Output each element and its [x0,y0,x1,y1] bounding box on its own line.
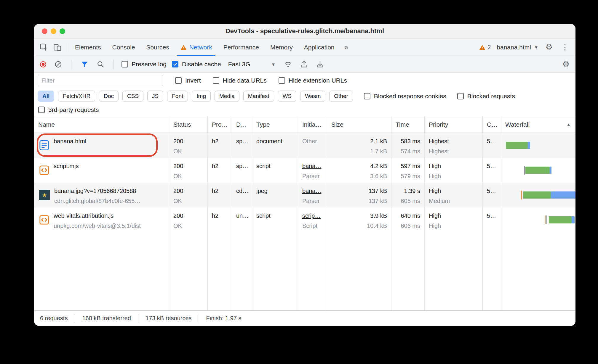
table-row-script-mjs[interactable]: script.mjs 200 OK h2 sp… script bana… [34,158,575,183]
checkbox-unchecked[interactable] [213,77,219,84]
initiator-link[interactable]: bana… [302,161,323,171]
column-header-domain[interactable]: D… [232,116,252,133]
tab-elements[interactable]: Elements [69,38,107,56]
checkbox-unchecked[interactable] [121,61,128,67]
chip-font[interactable]: Font [167,91,188,102]
waterfall-cell[interactable] [501,133,575,158]
filter-toggle-button[interactable] [79,59,90,70]
table-row-banana-jpg[interactable]: ★ banana.jpg?v=1705668720588 cdn.glitch.… [34,183,575,207]
column-header-name[interactable]: Name [34,116,169,133]
initiator-cell: Other [298,133,327,158]
chip-doc[interactable]: Doc [99,91,119,102]
close-button[interactable] [42,28,47,34]
image-thumbnail-icon: ★ [39,190,50,200]
checkbox-unchecked[interactable] [38,107,45,113]
tab-network[interactable]: Network [175,38,218,56]
throttling-dropdown[interactable]: Fast 3G ▼ [226,61,277,68]
column-header-time[interactable]: Time [391,116,425,133]
chip-other[interactable]: Other [329,91,353,102]
chip-manifest[interactable]: Manifest [243,91,274,102]
chip-js[interactable]: JS [147,91,163,102]
column-header-type[interactable]: Type [252,116,298,133]
clear-network-log-button[interactable] [53,59,63,70]
chip-css[interactable]: CSS [122,91,143,102]
column-header-initiator[interactable]: Initia… [298,116,327,133]
checkbox-unchecked[interactable] [457,93,464,99]
blocked-requests-checkbox[interactable]: Blocked requests [457,93,515,100]
network-conditions-button[interactable] [283,59,293,70]
column-header-status[interactable]: Status [169,116,208,133]
device-toolbar-button[interactable] [51,41,64,54]
chip-media[interactable]: Media [215,91,239,102]
checkbox-unchecked[interactable] [279,77,285,84]
zoom-button[interactable] [60,28,65,34]
size-sub: 3.6 kB [331,171,387,181]
hide-data-urls-checkbox[interactable]: Hide data URLs [213,77,267,84]
name-cell[interactable]: script.mjs [34,158,169,183]
priority-sub: High [429,171,478,181]
column-header-protocol[interactable]: Pro… [208,116,232,133]
inspect-element-button[interactable] [37,41,51,54]
waterfall-label: Waterfall [505,121,530,128]
column-header-priority[interactable]: Priority [425,116,483,133]
table-header: Name Status Pro… D… Type Initia… Size Ti… [34,116,575,133]
checkbox-unchecked[interactable] [364,93,370,99]
initiator-link[interactable]: bana… [302,186,323,196]
tab-console[interactable]: Console [107,38,141,56]
chip-fetch-xhr[interactable]: Fetch/XHR [58,91,95,102]
waterfall-bar [501,183,575,207]
blocked-response-cookies-checkbox[interactable]: Blocked response cookies [364,93,446,100]
domain: sp… [236,161,248,171]
waterfall-cell[interactable] [501,183,575,207]
priority: Highest [429,136,478,146]
initiator-link[interactable]: scrip… [302,210,323,221]
column-header-connection[interactable]: C… [483,116,501,133]
invert-checkbox[interactable]: Invert [175,77,201,84]
priority-sub: Medium [429,196,478,206]
chip-ws[interactable]: WS [278,91,297,102]
disable-cache-checkbox[interactable]: Disable cache [172,61,221,68]
type: script [256,210,294,221]
column-header-size[interactable]: Size [327,116,391,133]
network-settings-button[interactable]: ⚙ [561,60,571,69]
protocol-cell: h2 [208,158,232,183]
request-domain-sub: cdn.glitch.global/87b4c0fe-655… [54,196,140,206]
chip-img[interactable]: Img [192,91,211,102]
name-cell[interactable]: ★ banana.jpg?v=1705668720588 cdn.glitch.… [34,183,169,207]
time: 1.39 s [396,186,420,196]
hide-extension-urls-checkbox[interactable]: Hide extension URLs [279,77,347,84]
name-cell[interactable]: banana.html [34,133,169,158]
table-row-banana-html[interactable]: banana.html 200 OK h2 sp… document [34,133,575,158]
chip-label: Font [172,93,183,99]
record-network-log-button[interactable] [40,61,46,67]
issues-counter[interactable]: 2 [479,44,491,51]
more-tabs-button[interactable]: » [340,38,352,56]
third-party-checkbox[interactable]: 3rd-party requests [38,106,99,113]
minimize-button[interactable] [51,28,56,34]
import-har-button[interactable] [299,59,309,70]
overflow-menu-button[interactable]: ⋮ [560,43,570,52]
name-cell[interactable]: web-vitals.attribution.js unpkg.com/web-… [34,207,169,232]
export-har-button[interactable] [315,59,325,70]
preserve-log-checkbox[interactable]: Preserve log [121,61,167,68]
context-selector[interactable]: banana.html ▼ [497,44,538,51]
status-cell: 200 OK [169,158,208,183]
search-button[interactable] [95,59,106,70]
chip-wasm[interactable]: Wasm [300,91,325,102]
waterfall-cell[interactable] [501,158,575,183]
waterfall-cell[interactable] [501,207,575,232]
priority: High [429,186,478,196]
settings-button[interactable]: ⚙ [544,43,554,52]
hide-extension-urls-label: Hide extension URLs [289,77,347,84]
tab-performance[interactable]: Performance [218,38,265,56]
tab-memory[interactable]: Memory [265,38,298,56]
tab-sources[interactable]: Sources [141,38,175,56]
checkbox-unchecked[interactable] [175,77,182,84]
column-header-waterfall[interactable]: Waterfall ▲ [501,116,575,133]
table-row-web-vitals[interactable]: web-vitals.attribution.js unpkg.com/web-… [34,207,575,232]
tab-application[interactable]: Application [298,38,340,56]
filter-input[interactable] [38,75,163,86]
time: 583 ms [396,136,420,146]
chip-all[interactable]: All [38,91,54,102]
checkbox-checked[interactable] [172,61,178,67]
